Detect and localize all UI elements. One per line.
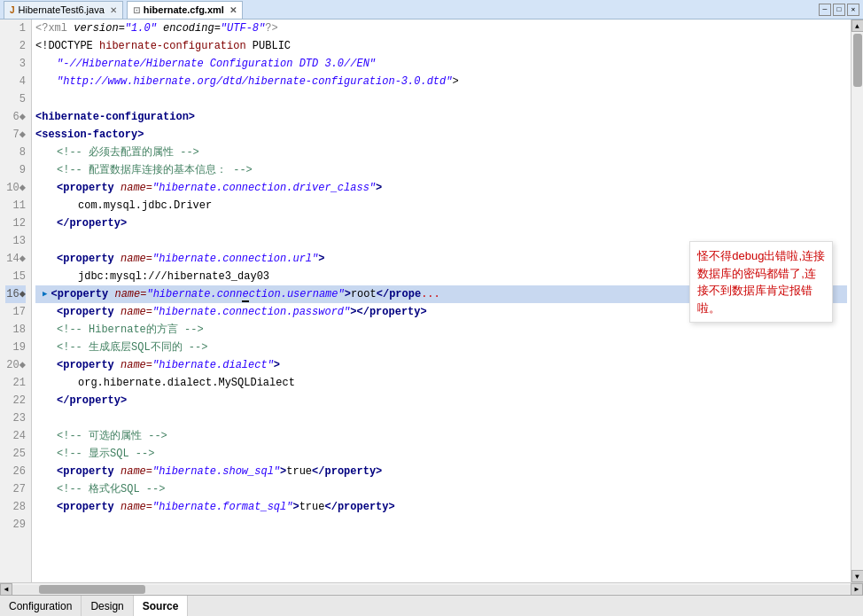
tab-configuration[interactable]: Configuration — [0, 596, 82, 616]
annotation-text: 怪不得debug出错啦,连接数据库的密码都错了,连接不到数据库肯定报错啦。 — [697, 249, 825, 315]
code-line-28: <property name="hibernate.format_sql">tr… — [35, 498, 847, 516]
code-line-27: <!-- 格式化SQL --> — [35, 480, 847, 498]
code-line-1: <?xml version="1.0" encoding="UTF-8"?> — [35, 19, 847, 37]
code-line-21: org.hibernate.dialect.MySQLDialect — [35, 374, 847, 392]
code-line-3: "-//Hibernate/Hibernate Configuration DT… — [35, 55, 847, 73]
bottom-tabs: Configuration Design Source — [0, 595, 863, 616]
annotation-bubble: 怪不得debug出错啦,连接数据库的密码都错了,连接不到数据库肯定报错啦。 — [689, 241, 833, 323]
vertical-scrollbar[interactable]: ▲ ▼ — [851, 19, 863, 582]
code-line-12: </property> — [35, 214, 847, 232]
tab-configuration-label: Configuration — [9, 600, 72, 612]
scroll-right-button[interactable]: ▶ — [851, 583, 863, 596]
code-editor[interactable]: 1 2 3 4 5 6◆ 7◆ 8 9 10◆ 11 12 13 14◆ 15 … — [0, 19, 863, 582]
scroll-down-button[interactable]: ▼ — [851, 570, 864, 582]
title-bar: J HibernateTest6.java ✕ ⊡ hibernate.cfg.… — [0, 0, 863, 19]
tab-java-label: HibernateTest6.java — [19, 4, 105, 15]
code-line-20: <property name="hibernate.dialect"> — [35, 356, 847, 374]
minimize-button[interactable]: ─ — [819, 4, 831, 16]
scroll-left-button[interactable]: ◀ — [0, 583, 12, 596]
code-line-19: <!-- 生成底层SQL不同的 --> — [35, 339, 847, 356]
tab-design[interactable]: Design — [82, 596, 133, 616]
main-area: 1 2 3 4 5 6◆ 7◆ 8 9 10◆ 11 12 13 14◆ 15 … — [0, 19, 863, 582]
code-line-24: <!-- 可选的属性 --> — [35, 427, 847, 445]
tab-xml[interactable]: ⊡ hibernate.cfg.xml ✕ — [127, 1, 243, 19]
tab-xml-label: hibernate.cfg.xml — [144, 4, 224, 15]
close-button[interactable]: ✕ — [847, 4, 859, 16]
code-line-18: <!-- Hibernate的方言 --> — [35, 321, 847, 339]
scroll-thumb[interactable] — [853, 34, 862, 87]
code-line-10: <property name="hibernate.connection.dri… — [35, 179, 847, 197]
code-line-8: <!-- 必须去配置的属性 --> — [35, 144, 847, 161]
code-line-25: <!-- 显示SQL --> — [35, 445, 847, 463]
tab-source-label: Source — [143, 600, 179, 612]
horizontal-scrollbar[interactable]: ◀ ▶ — [0, 582, 863, 595]
maximize-button[interactable]: □ — [833, 4, 845, 16]
tab-java[interactable]: J HibernateTest6.java ✕ — [4, 1, 123, 19]
scroll-up-button[interactable]: ▲ — [851, 19, 864, 32]
code-line-22: </property> — [35, 392, 847, 409]
code-line-11: com.mysql.jdbc.Driver — [35, 197, 847, 214]
code-content[interactable]: <?xml version="1.0" encoding="UTF-8"?> <… — [32, 19, 851, 582]
java-icon: J — [10, 5, 15, 15]
code-line-5 — [35, 90, 847, 108]
tab-xml-close[interactable]: ✕ — [229, 5, 237, 15]
code-line-26: <property name="hibernate.show_sql">true… — [35, 463, 847, 480]
window-controls: ─ □ ✕ — [819, 4, 859, 16]
code-line-4: "http://www.hibernate.org/dtd/hibernate-… — [35, 73, 847, 90]
code-line-29 — [35, 516, 847, 534]
tab-java-close[interactable]: ✕ — [110, 5, 117, 15]
line-numbers: 1 2 3 4 5 6◆ 7◆ 8 9 10◆ 11 12 13 14◆ 15 … — [0, 19, 32, 582]
scroll-h-track[interactable] — [12, 585, 851, 594]
code-line-23 — [35, 409, 847, 427]
tab-source[interactable]: Source — [134, 596, 189, 616]
code-line-2: <!DOCTYPE hibernate-configuration PUBLIC — [35, 37, 847, 55]
xml-icon: ⊡ — [133, 5, 140, 15]
code-line-9: <!-- 配置数据库连接的基本信息： --> — [35, 161, 847, 179]
code-line-7: <session-factory> — [35, 126, 847, 144]
scroll-h-thumb[interactable] — [39, 585, 145, 594]
tab-design-label: Design — [90, 600, 123, 612]
code-line-6: <hibernate-configuration> — [35, 108, 847, 126]
